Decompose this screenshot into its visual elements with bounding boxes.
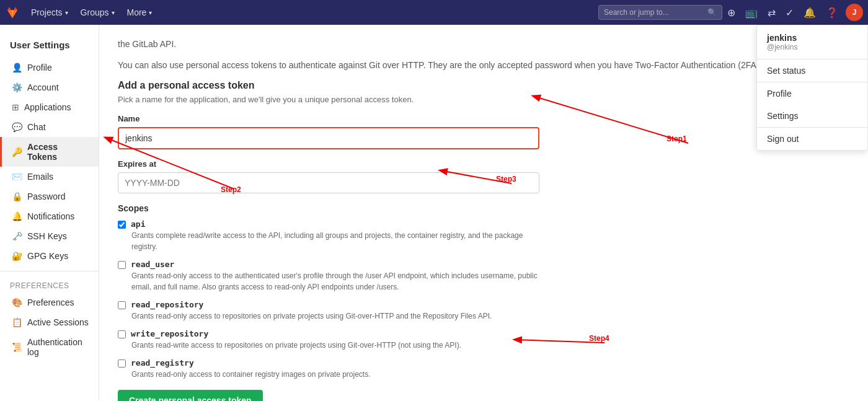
sidebar-item-label: Emails bbox=[27, 172, 53, 182]
issues-icon[interactable]: ✓ bbox=[781, 0, 799, 25]
gitlab-logo[interactable] bbox=[5, 5, 20, 20]
scope-row-read-user: read_user bbox=[118, 260, 539, 269]
sidebar-item-label: GPG Keys bbox=[27, 251, 68, 261]
sidebar-item-chat[interactable]: 💬 Chat bbox=[0, 117, 99, 137]
user-avatar[interactable]: J bbox=[846, 4, 863, 21]
bell-icon[interactable]: 🔔 bbox=[799, 0, 821, 25]
sidebar-item-access-tokens[interactable]: 🔑 Access Tokens bbox=[0, 137, 99, 167]
sidebar-item-label: Chat bbox=[27, 122, 46, 132]
preferences-icon: 🎨 bbox=[12, 297, 22, 307]
sidebar-item-label: Notifications bbox=[27, 211, 74, 221]
dropdown-settings[interactable]: Settings bbox=[757, 105, 867, 127]
scope-checkbox-read-repository[interactable] bbox=[118, 301, 126, 309]
account-icon: ⚙️ bbox=[12, 82, 22, 92]
sidebar-item-label: Access Tokens bbox=[27, 142, 89, 162]
form-section: Add a personal access token Pick a name … bbox=[118, 80, 539, 401]
projects-menu[interactable]: Projects ▾ bbox=[25, 0, 74, 25]
dropdown-username: jenkins bbox=[767, 33, 857, 43]
page-wrapper: Projects ▾ Groups ▾ More ▾ Search or jum… bbox=[0, 0, 868, 401]
sidebar-item-label: Password bbox=[27, 192, 65, 201]
activity-icon[interactable]: 📺 bbox=[740, 0, 763, 25]
dropdown-header: jenkins @jenkins bbox=[757, 25, 867, 59]
scopes-section: Scopes api Grants complete read/write ac… bbox=[118, 203, 539, 380]
scope-name-read-repository[interactable]: read_repository bbox=[131, 300, 203, 309]
dropdown-set-status[interactable]: Set status bbox=[757, 59, 867, 82]
sidebar-item-label: Applications bbox=[24, 102, 71, 112]
sidebar-item-auth-log[interactable]: 📜 Authentication log bbox=[0, 332, 99, 362]
search-placeholder: Search or jump to... bbox=[604, 8, 669, 17]
projects-chevron: ▾ bbox=[65, 9, 68, 16]
ssh-keys-icon: 🗝️ bbox=[12, 231, 22, 241]
sidebar-item-profile[interactable]: 👤 Profile bbox=[0, 58, 99, 77]
new-item-button[interactable]: ⊕ bbox=[722, 0, 740, 25]
help-icon[interactable]: ❓ bbox=[821, 0, 843, 25]
search-icon: 🔍 bbox=[707, 8, 717, 17]
sidebar-item-notifications[interactable]: 🔔 Notifications bbox=[0, 206, 99, 226]
sidebar-item-account[interactable]: ⚙️ Account bbox=[0, 77, 99, 97]
sidebar-item-label: Preferences bbox=[27, 297, 74, 307]
sidebar-item-password[interactable]: 🔒 Password bbox=[0, 187, 99, 206]
scope-item-read-user: read_user Grants read-only access to the… bbox=[118, 260, 539, 293]
sidebar-item-preferences[interactable]: 🎨 Preferences bbox=[0, 293, 99, 312]
sidebar-divider bbox=[0, 271, 99, 271]
scope-desc-read-user: Grants read-only access to the authentic… bbox=[118, 270, 539, 293]
gpg-keys-icon: 🔐 bbox=[12, 251, 22, 261]
profile-icon: 👤 bbox=[12, 63, 22, 73]
password-icon: 🔒 bbox=[12, 192, 22, 201]
applications-icon: ⊞ bbox=[12, 102, 19, 112]
create-token-button[interactable]: Create personal access token bbox=[118, 390, 263, 401]
scope-name-write-repository[interactable]: write_repository bbox=[131, 329, 208, 338]
dropdown-profile[interactable]: Profile bbox=[757, 82, 867, 105]
active-sessions-icon: 📋 bbox=[12, 317, 22, 327]
name-input[interactable] bbox=[118, 127, 539, 149]
search-bar[interactable]: Search or jump to... 🔍 bbox=[598, 5, 722, 20]
scope-desc-write-repository: Grants read-write access to repositories… bbox=[118, 340, 539, 351]
sidebar-item-label: Account bbox=[27, 82, 59, 92]
main-layout: User Settings 👤 Profile ⚙️ Account ⊞ App… bbox=[0, 25, 868, 401]
sidebar-item-applications[interactable]: ⊞ Applications bbox=[0, 97, 99, 117]
user-dropdown: jenkins @jenkins Set status Profile Sett… bbox=[756, 25, 868, 151]
scope-row-read-repository: read_repository bbox=[118, 300, 539, 309]
scope-name-api[interactable]: api bbox=[131, 219, 145, 229]
dropdown-sign-out[interactable]: Sign out bbox=[757, 128, 867, 150]
scope-item-read-registry: read_registry Grants read-only access to… bbox=[118, 358, 539, 380]
scope-item-read-repository: read_repository Grants read-only access … bbox=[118, 300, 539, 322]
scope-name-read-registry[interactable]: read_registry bbox=[131, 358, 194, 368]
name-label: Name bbox=[118, 114, 539, 123]
name-field-group: Name bbox=[118, 114, 539, 149]
scope-desc-api: Grants complete read/write access to the… bbox=[118, 230, 539, 252]
scope-checkbox-read-registry[interactable] bbox=[118, 359, 126, 368]
intro-text-2: You can also use personal access tokens … bbox=[118, 58, 849, 72]
scope-item-api: api Grants complete read/write access to… bbox=[118, 219, 539, 252]
sidebar-item-gpg-keys[interactable]: 🔐 GPG Keys bbox=[0, 246, 99, 266]
expires-input[interactable] bbox=[118, 172, 539, 193]
sidebar-item-label: Profile bbox=[27, 63, 52, 73]
more-menu[interactable]: More ▾ bbox=[121, 0, 159, 25]
sidebar-item-label: Active Sessions bbox=[27, 317, 89, 327]
scope-checkbox-read-user[interactable] bbox=[118, 261, 126, 269]
form-subtitle: Pick a name for the application, and we'… bbox=[118, 95, 539, 104]
chat-icon: 💬 bbox=[12, 122, 22, 132]
sidebar-item-label: SSH Keys bbox=[27, 231, 67, 241]
sidebar-item-ssh-keys[interactable]: 🗝️ SSH Keys bbox=[0, 226, 99, 246]
scope-row-read-registry: read_registry bbox=[118, 358, 539, 368]
merge-request-icon[interactable]: ⇄ bbox=[763, 0, 781, 25]
emails-icon: ✉️ bbox=[12, 172, 22, 182]
more-chevron: ▾ bbox=[149, 9, 152, 16]
auth-log-icon: 📜 bbox=[12, 342, 22, 352]
intro-text-1: the GitLab API. bbox=[118, 37, 849, 51]
sidebar-item-active-sessions[interactable]: 📋 Active Sessions bbox=[0, 312, 99, 332]
expires-field-group: Expires at bbox=[118, 159, 539, 193]
topnav: Projects ▾ Groups ▾ More ▾ Search or jum… bbox=[0, 0, 868, 25]
sidebar-item-emails[interactable]: ✉️ Emails bbox=[0, 167, 99, 187]
scope-desc-read-repository: Grants read-only access to repositories … bbox=[118, 311, 539, 322]
groups-chevron: ▾ bbox=[112, 9, 115, 16]
scope-checkbox-api[interactable] bbox=[118, 221, 126, 229]
scope-row-write-repository: write_repository bbox=[118, 329, 539, 338]
scope-checkbox-write-repository[interactable] bbox=[118, 330, 126, 338]
form-title: Add a personal access token bbox=[118, 80, 539, 91]
groups-menu[interactable]: Groups ▾ bbox=[74, 0, 121, 25]
scope-name-read-user[interactable]: read_user bbox=[131, 260, 174, 269]
scopes-label: Scopes bbox=[118, 203, 539, 213]
access-tokens-icon: 🔑 bbox=[12, 147, 22, 157]
